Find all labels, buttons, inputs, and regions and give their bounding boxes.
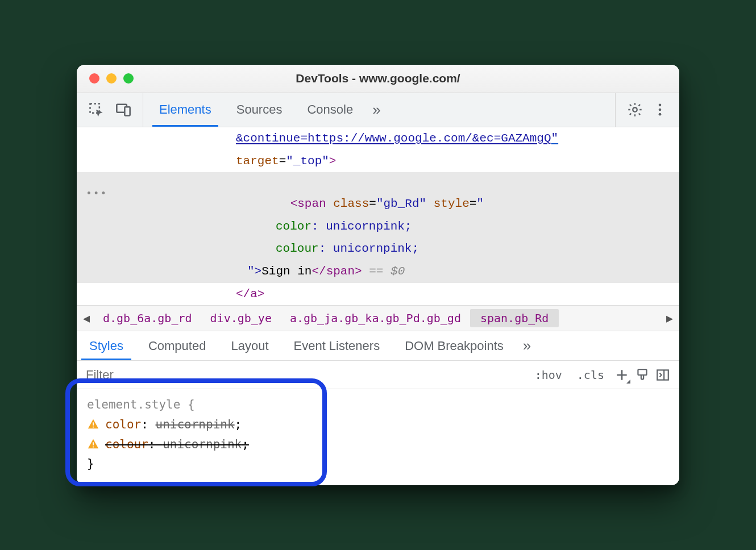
prop-val-2: unicornpink	[163, 438, 242, 451]
main-toolbar: Elements Sources Console »	[77, 93, 679, 127]
element-style-selector[interactable]: element.style {	[87, 395, 669, 415]
svg-point-6	[659, 113, 662, 116]
svg-rect-13	[93, 447, 94, 448]
tab-sources[interactable]: Sources	[224, 93, 295, 127]
tab-console[interactable]: Console	[294, 93, 365, 127]
styles-rules[interactable]: element.style { color: unicornpink; colo…	[77, 389, 679, 485]
more-subtabs-icon[interactable]: »	[516, 331, 538, 360]
ellipsis-icon[interactable]: •••	[86, 185, 107, 203]
subtab-styles[interactable]: Styles	[77, 331, 136, 360]
styles-pane-tabs: Styles Computed Layout Event Listeners D…	[77, 331, 679, 361]
prop-name-2: colour	[105, 438, 148, 451]
dom-attr-target[interactable]: target="_top">	[77, 150, 679, 173]
dom-link-url[interactable]: &continue=https://www.google.com/&ec=GAZ…	[77, 127, 679, 150]
style-rule-2[interactable]: colour: unicornpink;	[87, 435, 669, 455]
rule-close-brace: }	[87, 454, 669, 474]
close-window-button[interactable]	[89, 73, 99, 84]
dom-style-line2[interactable]: colour: unicornpink;	[77, 238, 679, 260]
breadcrumb-item-3[interactable]: span.gb_Rd	[470, 309, 559, 327]
dom-span-close[interactable]: ">Sign in</span> == $0	[77, 260, 679, 283]
svg-point-3	[633, 108, 637, 112]
dom-style-line1[interactable]: color: unicornpink;	[77, 215, 679, 238]
svg-rect-10	[93, 423, 94, 426]
dom-tree[interactable]: &continue=https://www.google.com/&ec=GAZ…	[77, 127, 679, 306]
svg-rect-2	[124, 107, 130, 116]
device-toggle-icon[interactable]	[115, 102, 131, 118]
subtab-event-listeners[interactable]: Event Listeners	[281, 331, 393, 360]
styles-filter-input[interactable]	[77, 368, 521, 382]
prop-val-1: unicornpink	[156, 418, 235, 431]
svg-rect-8	[657, 370, 668, 380]
svg-rect-12	[93, 442, 94, 445]
svg-rect-7	[638, 369, 646, 375]
hov-toggle[interactable]: :hov	[530, 366, 567, 384]
titlebar: DevTools - www.google.com/	[77, 65, 679, 93]
prop-name-1: color	[105, 418, 141, 431]
warning-icon	[87, 438, 99, 451]
svg-point-5	[659, 109, 662, 111]
kebab-menu-icon[interactable]	[652, 102, 668, 118]
cls-toggle[interactable]: .cls	[572, 366, 609, 384]
breadcrumb-item-1[interactable]: div.gb_ye	[201, 311, 281, 325]
tab-elements[interactable]: Elements	[147, 93, 224, 127]
dom-breadcrumb: ◀ d.gb_6a.gb_rd div.gb_ye a.gb_ja.gb_ka.…	[77, 305, 679, 331]
toggle-sidebar-icon[interactable]	[655, 368, 670, 382]
devtools-window: DevTools - www.google.com/ Elements Sour…	[77, 65, 679, 485]
dom-close-a[interactable]: </a>	[77, 283, 679, 306]
main-tabs: Elements Sources Console »	[143, 93, 615, 127]
zoom-window-button[interactable]	[123, 73, 134, 84]
traffic-lights	[77, 73, 134, 84]
subtab-dom-breakpoints[interactable]: DOM Breakpoints	[392, 331, 516, 360]
minimize-window-button[interactable]	[106, 73, 117, 84]
breadcrumb-item-2[interactable]: a.gb_ja.gb_ka.gb_Pd.gb_gd	[281, 311, 470, 325]
breadcrumb-right-icon[interactable]: ▶	[662, 311, 677, 325]
style-rule-1[interactable]: color: unicornpink;	[87, 415, 669, 435]
window-title: DevTools - www.google.com/	[77, 72, 679, 85]
svg-point-4	[659, 104, 662, 107]
new-style-rule-button[interactable]	[614, 368, 629, 382]
dom-span-open[interactable]: •••<span class="gb_Rd" style="	[77, 172, 679, 215]
warning-icon	[87, 418, 99, 431]
svg-rect-11	[93, 427, 94, 428]
styles-toolbar: :hov .cls	[77, 361, 679, 389]
settings-icon[interactable]	[627, 102, 643, 118]
breadcrumb-item-0[interactable]: d.gb_6a.gb_rd	[94, 311, 201, 325]
subtab-layout[interactable]: Layout	[218, 331, 281, 360]
breadcrumb-left-icon[interactable]: ◀	[79, 311, 94, 325]
inspect-element-icon[interactable]	[88, 102, 104, 118]
subtab-computed[interactable]: Computed	[136, 331, 219, 360]
paint-brush-icon[interactable]	[635, 368, 650, 382]
more-tabs-icon[interactable]: »	[365, 101, 387, 119]
